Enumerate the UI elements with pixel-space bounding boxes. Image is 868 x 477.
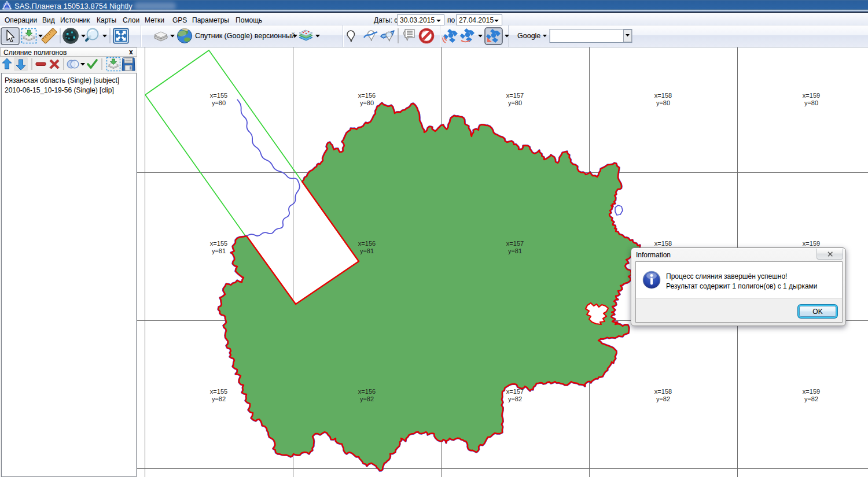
svg-text:Спутник (Google) версионный: Спутник (Google) версионный <box>195 32 295 40</box>
svg-text:y=82: y=82 <box>212 395 226 402</box>
svg-text:x=156: x=156 <box>358 240 376 247</box>
svg-text:y=82: y=82 <box>804 395 818 402</box>
svg-text:y=80: y=80 <box>212 99 226 106</box>
svg-text:x=159: x=159 <box>803 388 820 395</box>
svg-text:x=157: x=157 <box>506 92 524 99</box>
svg-text:y=80: y=80 <box>360 99 374 106</box>
svg-text:y=82: y=82 <box>360 395 374 402</box>
svg-text:x=158: x=158 <box>654 240 672 247</box>
svg-text:x=157: x=157 <box>506 240 524 247</box>
svg-text:x=158: x=158 <box>654 388 672 395</box>
svg-text:y=80: y=80 <box>656 99 670 106</box>
svg-text:y=81: y=81 <box>360 247 374 254</box>
svg-text:x=155: x=155 <box>210 240 227 247</box>
svg-text:y=81: y=81 <box>212 247 226 254</box>
svg-text:y=80: y=80 <box>804 99 818 106</box>
svg-text:x=157: x=157 <box>506 388 524 395</box>
svg-text:y=82: y=82 <box>508 395 522 402</box>
svg-text:x=159: x=159 <box>803 92 820 99</box>
svg-text:y=80: y=80 <box>508 99 522 106</box>
svg-text:x=159: x=159 <box>803 240 820 247</box>
svg-text:x=155: x=155 <box>210 92 227 99</box>
svg-text:Google: Google <box>517 32 540 40</box>
svg-text:x=158: x=158 <box>654 92 672 99</box>
svg-text:x=156: x=156 <box>358 92 376 99</box>
svg-text:x=156: x=156 <box>358 388 376 395</box>
svg-text:x=155: x=155 <box>210 388 227 395</box>
svg-text:y=82: y=82 <box>656 395 670 402</box>
svg-text:y=81: y=81 <box>508 247 522 254</box>
